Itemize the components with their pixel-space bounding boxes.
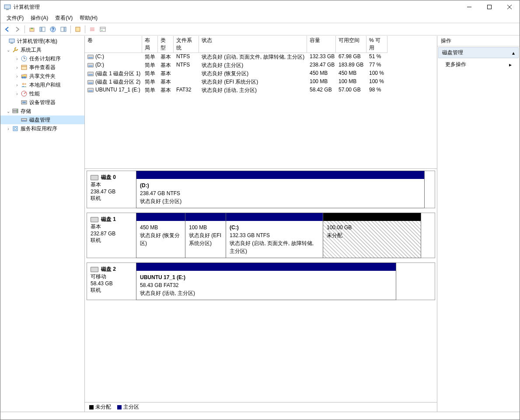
computer-icon — [8, 38, 15, 45]
expander-icon[interactable]: › — [5, 126, 12, 131]
up-button[interactable] — [27, 24, 37, 34]
center-panel: 卷 布局 类型 文件系统 状态 容量 可用空间 % 可用 (C:)简单基本NTF… — [85, 36, 437, 412]
expander-icon[interactable]: › — [14, 83, 21, 88]
computer-management-window: 计算机管理 文件(F) 操作(A) 查看(V) 帮助(H) ? 计算 — [0, 0, 520, 420]
disk-map-area[interactable]: 磁盘 0基本238.47 GB联机(D:)238.47 GB NTFS状态良好 … — [85, 169, 437, 402]
menu-file[interactable]: 文件(F) — [3, 14, 27, 23]
menu-help[interactable]: 帮助(H) — [76, 14, 101, 23]
col-status[interactable]: 状态 — [199, 36, 307, 53]
tree-performance[interactable]: › 性能 — [0, 89, 84, 98]
actions-pane-button[interactable] — [59, 24, 68, 34]
table-row[interactable]: UBUNTU 17_1 (E:)简单基本FAT32状态良好 (活动, 主分区)5… — [85, 86, 437, 94]
disk-block[interactable]: 磁盘 1基本232.87 GB联机450 MB状态良好 (恢复分区)100 MB… — [87, 213, 435, 258]
svg-rect-8 — [42, 27, 45, 32]
table-row[interactable]: (磁盘 1 磁盘分区 1)简单基本状态良好 (恢复分区)450 MB450 MB… — [85, 70, 437, 78]
titlebar: 计算机管理 — [0, 0, 520, 14]
table-row[interactable]: (D:)简单基本NTFS状态良好 (主分区)238.47 GB183.89 GB… — [85, 61, 437, 70]
tree-label: 系统工具 — [21, 46, 42, 54]
minimize-button[interactable] — [459, 0, 479, 14]
drive-icon — [87, 72, 94, 76]
col-pct[interactable]: % 可用 — [366, 36, 387, 53]
disk-block[interactable]: 磁盘 0基本238.47 GB联机(D:)238.47 GB NTFS状态良好 … — [87, 171, 435, 208]
partition-header — [136, 171, 424, 179]
col-volume[interactable]: 卷 — [85, 36, 142, 53]
disk-label[interactable]: 磁盘 1基本232.87 GB联机 — [87, 213, 136, 258]
legend-swatch-navy — [117, 405, 122, 410]
partition[interactable]: (C:)132.33 GB NTFS状态良好 (启动, 页面文件, 故障转储, … — [226, 213, 323, 258]
expander-icon[interactable]: ⌄ — [5, 109, 12, 114]
tree-task-scheduler[interactable]: › 任务计划程序 — [0, 54, 84, 63]
users-icon — [21, 81, 28, 88]
help-button[interactable]: ? — [48, 24, 58, 34]
device-icon — [21, 99, 28, 106]
tree-label: 设备管理器 — [29, 99, 56, 106]
expander-icon[interactable]: › — [14, 56, 21, 61]
action-more[interactable]: 更多操作 ▸ — [437, 59, 520, 70]
actions-header: 操作 — [437, 36, 520, 46]
tree-services-apps[interactable]: › 服务和应用程序 — [0, 124, 84, 133]
expander-icon[interactable]: › — [14, 91, 21, 96]
maximize-button[interactable] — [479, 0, 499, 14]
svg-point-34 — [17, 112, 17, 112]
list-view-button[interactable] — [87, 24, 97, 34]
partition[interactable]: 450 MB状态良好 (恢复分区) — [136, 213, 185, 258]
tree-device-manager[interactable]: 设备管理器 — [0, 98, 84, 107]
svg-rect-12 — [64, 27, 66, 32]
actions-section-disk-mgmt[interactable]: 磁盘管理 ▴ — [438, 47, 519, 58]
show-hide-tree-button[interactable] — [38, 24, 47, 34]
col-free[interactable]: 可用空间 — [336, 36, 366, 53]
table-row[interactable]: (磁盘 1 磁盘分区 2)简单基本状态良好 (EFI 系统分区)100 MB10… — [85, 78, 437, 86]
disk-label[interactable]: 磁盘 0基本238.47 GB联机 — [87, 171, 136, 208]
drive-icon — [87, 55, 94, 59]
partition[interactable]: 100.00 GB未分配 — [323, 213, 421, 258]
expander-icon[interactable]: ⌄ — [5, 48, 12, 52]
collapse-icon: ▴ — [512, 50, 515, 56]
table-row[interactable]: (C:)简单基本NTFS状态良好 (启动, 页面文件, 故障转储, 主分区)13… — [85, 53, 437, 61]
tree-system-tools[interactable]: ⌄ 系统工具 — [0, 46, 84, 54]
svg-point-38 — [14, 128, 17, 130]
partition[interactable]: UBUNTU 17_1 (E:)58.43 GB FAT32状态良好 (活动, … — [136, 262, 396, 300]
col-layout[interactable]: 布局 — [142, 36, 158, 53]
detail-view-button[interactable] — [98, 24, 108, 34]
menu-view[interactable]: 查看(V) — [52, 14, 76, 23]
col-type[interactable]: 类型 — [158, 36, 174, 53]
chevron-right-icon: ▸ — [509, 62, 512, 68]
tree-disk-management[interactable]: 磁盘管理 — [0, 116, 84, 124]
col-capacity[interactable]: 容量 — [307, 36, 336, 53]
svg-point-24 — [22, 77, 24, 79]
window-title: 计算机管理 — [14, 4, 459, 11]
partition-header — [136, 263, 396, 271]
svg-point-25 — [24, 77, 26, 79]
tree-local-users[interactable]: › 本地用户和组 — [0, 80, 84, 89]
volume-table[interactable]: 卷 布局 类型 文件系统 状态 容量 可用空间 % 可用 (C:)简单基本NTF… — [85, 36, 437, 169]
tree-shared-folders[interactable]: › 共享文件夹 — [0, 72, 84, 80]
clock-icon — [21, 55, 28, 62]
partition[interactable]: (D:)238.47 GB NTFS状态良好 (主分区) — [136, 171, 425, 208]
partition[interactable]: 100 MB状态良好 (EFI 系统分区) — [185, 213, 226, 258]
tree-label: 任务计划程序 — [29, 55, 61, 63]
disk-block[interactable]: 磁盘 2可移动58.43 GB联机UBUNTU 17_1 (E:)58.43 G… — [87, 262, 435, 300]
content-area: 计算机管理(本地) ⌄ 系统工具 › 任务计划程序 › 事件查看器 › 共享文件… — [0, 35, 520, 412]
col-fs[interactable]: 文件系统 — [174, 36, 199, 53]
tree-label: 计算机管理(本地) — [17, 38, 57, 45]
tree-event-viewer[interactable]: › 事件查看器 — [0, 63, 84, 72]
menu-action[interactable]: 操作(A) — [27, 14, 52, 23]
legend-bar: 未分配 主分区 — [85, 402, 437, 412]
table-header: 卷 布局 类型 文件系统 状态 容量 可用空间 % 可用 — [85, 36, 437, 53]
refresh-button[interactable] — [73, 24, 83, 34]
disk-partitions: (D:)238.47 GB NTFS状态良好 (主分区) — [136, 171, 435, 208]
partition-body: 100.00 GB未分配 — [323, 221, 421, 258]
legend-unallocated: 未分配 — [89, 403, 111, 411]
tree-root[interactable]: 计算机管理(本地) — [0, 37, 84, 46]
expander-icon[interactable]: › — [14, 74, 21, 79]
tree-storage[interactable]: ⌄ 存储 — [0, 107, 84, 116]
close-button[interactable] — [499, 0, 520, 14]
back-button[interactable] — [2, 24, 12, 34]
partition-header — [136, 213, 185, 221]
disk-label[interactable]: 磁盘 2可移动58.43 GB联机 — [87, 263, 136, 300]
expander-icon[interactable]: › — [14, 65, 21, 70]
disk-mgmt-icon — [21, 116, 28, 123]
forward-button[interactable] — [13, 24, 22, 34]
tree-panel[interactable]: 计算机管理(本地) ⌄ 系统工具 › 任务计划程序 › 事件查看器 › 共享文件… — [0, 36, 85, 412]
svg-rect-17 — [100, 27, 105, 32]
